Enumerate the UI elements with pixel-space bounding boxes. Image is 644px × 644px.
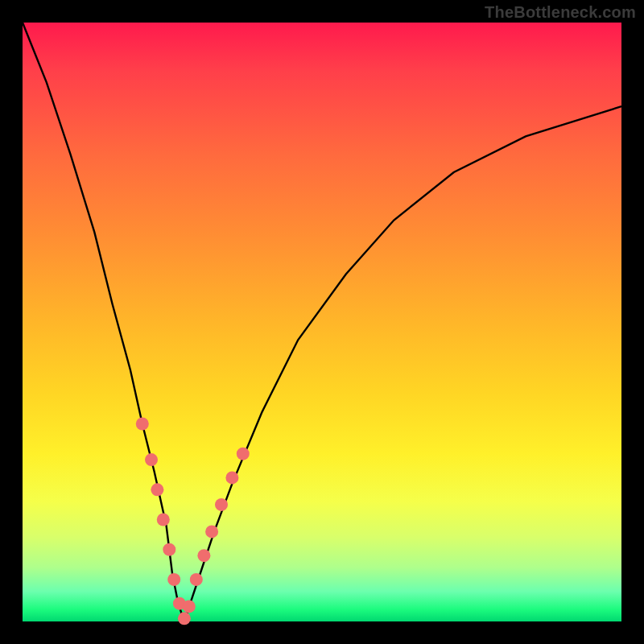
data-marker — [205, 525, 218, 538]
data-marker — [183, 600, 196, 613]
data-marker — [215, 498, 228, 511]
data-marker — [163, 543, 175, 556]
watermark-text: TheBottleneck.com — [485, 3, 636, 22]
chart-frame: TheBottleneck.com — [0, 0, 644, 644]
data-marker — [178, 612, 191, 625]
data-marker — [157, 514, 170, 526]
data-marker — [136, 418, 149, 431]
data-marker — [167, 573, 180, 586]
chart-svg-layer — [23, 23, 621, 621]
data-marker — [225, 471, 238, 484]
data-marker — [190, 573, 203, 586]
data-marker — [151, 483, 163, 496]
bottleneck-curve — [23, 23, 621, 621]
data-marker — [197, 549, 210, 562]
data-marker — [237, 448, 250, 460]
data-marker — [145, 453, 158, 466]
